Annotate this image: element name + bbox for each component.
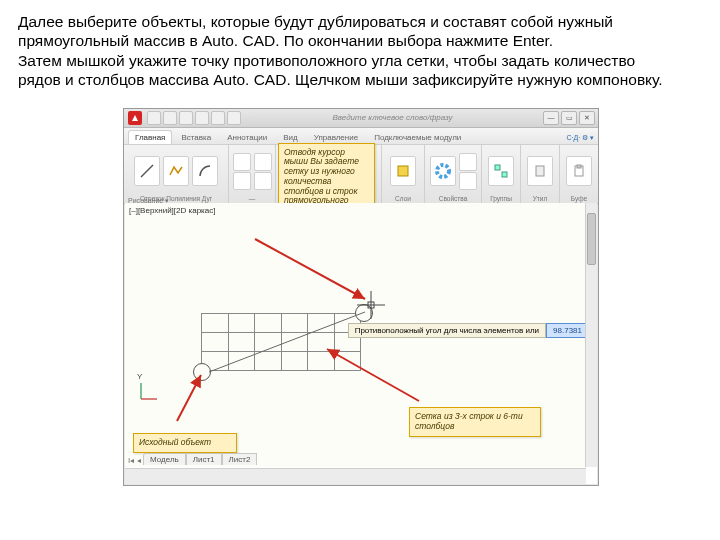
qat-button[interactable] — [195, 111, 209, 125]
line-tool-icon[interactable] — [134, 156, 160, 186]
drawing-canvas[interactable]: [–][Верхний][2D каркас] — [125, 203, 597, 467]
tab-view[interactable]: Вид — [276, 130, 304, 144]
svg-rect-2 — [495, 165, 500, 170]
modify-tool-icon[interactable] — [254, 153, 272, 171]
modify-tool-icon[interactable] — [233, 153, 251, 171]
prop-item-icon[interactable] — [459, 172, 477, 190]
layout-tabs: Модель Лист1 Лист2 — [143, 453, 257, 465]
instruction-text: Далее выберите объекты, которые будут ду… — [18, 12, 702, 90]
tab-manage[interactable]: Управление — [307, 130, 365, 144]
layout-tab-1[interactable]: Лист1 — [186, 453, 222, 465]
ucs-icon: Y — [137, 381, 159, 405]
minimize-icon[interactable]: — — [543, 111, 559, 125]
crosshair-cursor-icon — [357, 291, 385, 319]
maximize-icon[interactable]: ▭ — [561, 111, 577, 125]
tab-output[interactable]: Подключаемые модули — [367, 130, 468, 144]
svg-rect-0 — [398, 166, 408, 176]
array-grid — [201, 313, 361, 371]
qat-button[interactable] — [163, 111, 177, 125]
qat-button[interactable] — [211, 111, 225, 125]
autocad-window: Введите ключевое слово/фразу — ▭ ✕ Главн… — [123, 108, 599, 486]
close-icon[interactable]: ✕ — [579, 111, 595, 125]
svg-line-14 — [177, 375, 201, 421]
window-title: Введите ключевое слово/фразу — [242, 113, 543, 122]
qat-button[interactable] — [227, 111, 241, 125]
svg-point-1 — [437, 165, 449, 177]
layout-tab-2[interactable]: Лист2 — [222, 453, 258, 465]
arc-tool-icon[interactable] — [192, 156, 218, 186]
tab-right[interactable]: С·Д· ⚙ ▾ — [562, 132, 598, 144]
title-bar: Введите ключевое слово/фразу — ▭ ✕ — [124, 109, 598, 128]
horizontal-scrollbar[interactable] — [125, 468, 586, 484]
polyline-tool-icon[interactable] — [163, 156, 189, 186]
source-circle — [193, 363, 211, 381]
ribbon-panel-label: Рисование ▾ — [128, 197, 169, 205]
svg-line-13 — [255, 239, 365, 299]
qat-button[interactable] — [147, 111, 161, 125]
svg-rect-4 — [536, 166, 544, 176]
tab-annotate[interactable]: Аннотации — [220, 130, 274, 144]
dynamic-input-value[interactable]: 98.7381 — [546, 323, 589, 338]
clipboard-icon[interactable] — [566, 156, 592, 186]
layers-icon[interactable] — [390, 156, 416, 186]
vertical-scrollbar[interactable] — [585, 203, 597, 467]
tab-insert[interactable]: Вставка — [174, 130, 218, 144]
dynamic-input-label: Противоположный угол для числа элементов… — [348, 323, 546, 338]
groups-icon[interactable] — [488, 156, 514, 186]
svg-rect-3 — [502, 172, 507, 177]
callout-source: Исходный объект — [133, 433, 237, 453]
properties-icon[interactable] — [430, 156, 456, 186]
dynamic-input: Противоположный угол для числа элементов… — [348, 323, 589, 338]
tab-home[interactable]: Главная — [128, 130, 172, 144]
layout-tab-model[interactable]: Модель — [143, 453, 186, 465]
ribbon: Отрезок Полилиния Дуг — Отводя курсор мы… — [124, 145, 598, 204]
svg-rect-6 — [577, 165, 581, 168]
utilities-icon[interactable] — [527, 156, 553, 186]
prop-item-icon[interactable] — [459, 153, 477, 171]
callout-grid: Сетка из 3-х строк и 6-ти столбцов — [409, 407, 541, 437]
app-logo-icon — [128, 111, 142, 125]
modify-tool-icon[interactable] — [233, 172, 251, 190]
qat-button[interactable] — [179, 111, 193, 125]
modify-tool-icon[interactable] — [254, 172, 272, 190]
viewport-label: [–][Верхний][2D каркас] — [129, 206, 215, 215]
